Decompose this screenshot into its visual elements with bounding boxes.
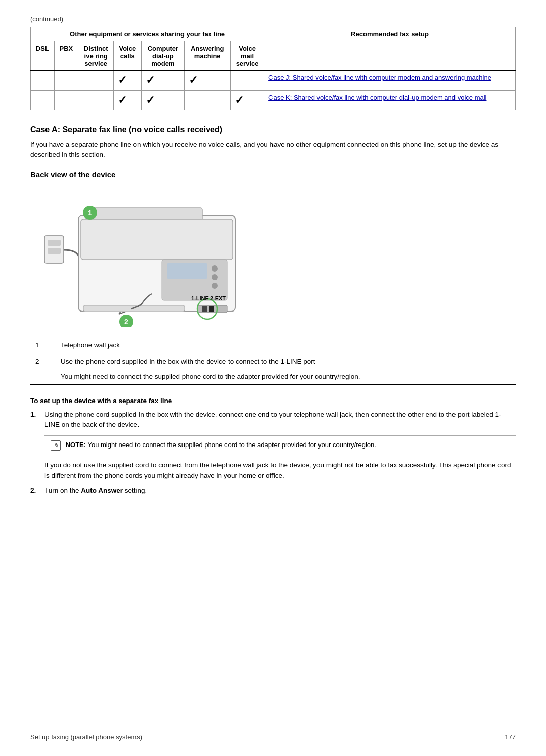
numbered-row-1: 1 Telephone wall jack xyxy=(30,337,516,353)
page-footer: Set up faxing (parallel phone systems) 1… xyxy=(30,730,516,741)
case-k-link[interactable]: Case K: Shared voice/fax line with compu… xyxy=(268,94,486,101)
col-dsl: DSL xyxy=(31,41,55,71)
cell-voicemail: ✓ xyxy=(231,91,264,110)
step-2: 2. Turn on the Auto Answer setting. xyxy=(30,485,516,496)
cell-answering xyxy=(185,91,231,110)
note-box: ✎ NOTE: You might need to connect the su… xyxy=(44,435,516,455)
item-number-1: 1 xyxy=(30,337,56,353)
item-text-2a: Use the phone cord supplied in the box w… xyxy=(61,358,315,365)
numbered-row-2: 2 Use the phone cord supplied in the box… xyxy=(30,353,516,384)
device-illustration: 1-LINE 2-EXT 1 2 xyxy=(30,185,273,327)
svg-rect-1 xyxy=(48,240,61,246)
note-extra-text: If you do not use the supplied cord to c… xyxy=(44,460,516,481)
equipment-table: Other equipment or services sharing your… xyxy=(30,27,516,110)
setup-step-2-list: 2. Turn on the Auto Answer setting. xyxy=(30,485,516,496)
numbered-items-table: 1 Telephone wall jack 2 Use the phone co… xyxy=(30,337,516,385)
cell-dsl xyxy=(31,71,55,91)
cell-distinct xyxy=(78,71,114,91)
case-a-intro: If you have a separate phone line on whi… xyxy=(30,140,516,160)
setup-steps: 1. Using the phone cord supplied in the … xyxy=(30,410,516,431)
case-j-link[interactable]: Case J: Shared voice/fax line with compu… xyxy=(268,74,491,81)
cell-answering: ✓ xyxy=(185,71,231,91)
col-pbx: PBX xyxy=(54,41,78,71)
cell-voicemail xyxy=(231,71,264,91)
col-computer: Computerdial-upmodem xyxy=(142,41,185,71)
item-text-1: Telephone wall jack xyxy=(56,337,516,353)
cell-recommended-j: Case J: Shared voice/fax line with compu… xyxy=(264,71,516,91)
table-row: ✓ ✓ ✓ Case K: Shared voice/fax line with… xyxy=(31,91,516,110)
svg-point-10 xyxy=(212,283,218,289)
svg-rect-15 xyxy=(209,306,214,312)
equipment-header: Other equipment or services sharing your… xyxy=(31,27,264,41)
cell-dsl xyxy=(31,91,55,110)
cell-computer: ✓ xyxy=(142,91,185,110)
svg-text:1: 1 xyxy=(88,209,92,217)
auto-answer-bold: Auto Answer xyxy=(81,486,123,494)
item-text-2: Use the phone cord supplied in the box w… xyxy=(56,353,516,384)
setup-heading: To set up the device with a separate fax… xyxy=(30,397,516,405)
cell-pbx xyxy=(54,71,78,91)
svg-text:2: 2 xyxy=(124,318,128,326)
continued-label: (continued) xyxy=(30,15,516,23)
cell-pbx xyxy=(54,91,78,110)
col-distinct: Distinctive ringservice xyxy=(78,41,114,71)
svg-point-8 xyxy=(212,265,218,272)
device-image-area: 1-LINE 2-EXT 1 2 xyxy=(30,185,273,327)
cell-computer: ✓ xyxy=(142,71,185,91)
col-recommended xyxy=(264,41,516,71)
footer-right: 177 xyxy=(505,733,516,741)
note-text-1: You might need to connect the supplied p… xyxy=(87,441,376,449)
note-icon: ✎ xyxy=(51,440,61,451)
item-text-2b: You might need to connect the supplied p… xyxy=(61,373,360,380)
item-number-2: 2 xyxy=(30,353,56,384)
recommended-header: Recommended fax setup xyxy=(264,27,516,41)
cell-voice: ✓ xyxy=(114,71,142,91)
step-1-num: 1. xyxy=(30,410,40,431)
cell-voice: ✓ xyxy=(114,91,142,110)
case-a-heading: Case A: Separate fax line (no voice call… xyxy=(30,125,516,135)
note-label: NOTE: xyxy=(66,441,86,449)
step-1: 1. Using the phone cord supplied in the … xyxy=(30,410,516,431)
svg-rect-5 xyxy=(81,219,233,260)
svg-point-9 xyxy=(212,274,218,280)
svg-rect-2 xyxy=(48,248,61,254)
cell-distinct xyxy=(78,91,114,110)
cell-recommended-k: Case K: Shared voice/fax line with compu… xyxy=(264,91,516,110)
col-voicemail: Voicemailservice xyxy=(231,41,264,71)
step-1-text: Using the phone cord supplied in the box… xyxy=(44,410,516,431)
svg-rect-7 xyxy=(167,263,207,279)
svg-rect-14 xyxy=(202,306,207,312)
step-2-text: Turn on the Auto Answer setting. xyxy=(44,485,147,496)
col-voice: Voicecalls xyxy=(114,41,142,71)
back-view-heading: Back view of the device xyxy=(30,170,516,179)
footer-left: Set up faxing (parallel phone systems) xyxy=(30,733,142,741)
step-2-num: 2. xyxy=(30,485,40,496)
svg-text:1-LINE  2-EXT: 1-LINE 2-EXT xyxy=(191,295,226,301)
table-row: ✓ ✓ ✓ Case J: Shared voice/fax line with… xyxy=(31,71,516,91)
col-answering: Answeringmachine xyxy=(185,41,231,71)
